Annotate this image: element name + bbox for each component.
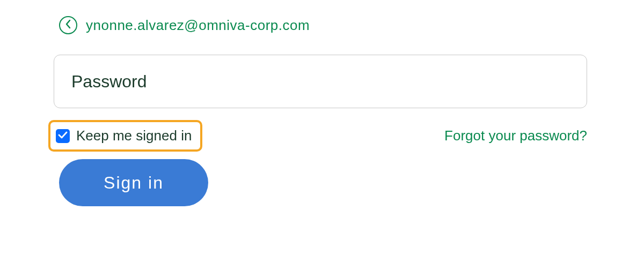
signed-in-email: ynonne.alvarez@omniva-corp.com [86,17,310,34]
check-icon [58,131,68,141]
options-row: Keep me signed in Forgot your password? [54,120,589,152]
sign-in-button[interactable]: Sign in [59,159,208,206]
forgot-password-link[interactable]: Forgot your password? [444,128,587,144]
email-row: ynonne.alvarez@omniva-corp.com [59,16,590,34]
keep-signed-in-label[interactable]: Keep me signed in [76,128,192,144]
chevron-left-icon [65,19,71,31]
keep-signed-in-checkbox[interactable] [56,129,70,143]
keep-signed-in-highlight: Keep me signed in [48,120,202,152]
password-input[interactable] [54,55,587,108]
back-button[interactable] [59,16,77,34]
